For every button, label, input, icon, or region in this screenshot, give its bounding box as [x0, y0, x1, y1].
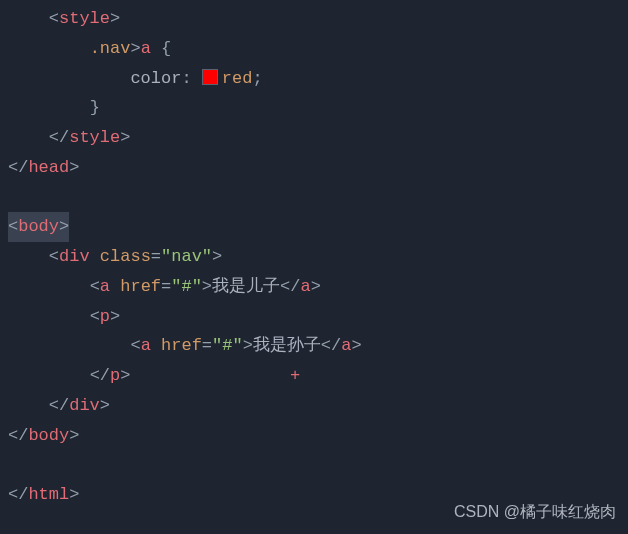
code-line-head-close[interactable]: </head>: [0, 153, 628, 183]
code-line-blank[interactable]: [0, 183, 628, 213]
code-line-selector[interactable]: .nav>a {: [0, 34, 628, 64]
code-line-a-grandchild[interactable]: <a href="#">我是孙子</a>: [0, 331, 628, 361]
watermark-text: CSDN @橘子味红烧肉: [454, 498, 616, 526]
selection-highlight: <body>: [8, 212, 69, 242]
code-line-blank[interactable]: [0, 450, 628, 480]
code-line-style-close[interactable]: </style>: [0, 123, 628, 153]
code-line-style-open[interactable]: <style>: [0, 4, 628, 34]
code-line-body-open[interactable]: <body>: [0, 212, 628, 242]
code-line-p-open[interactable]: <p>: [0, 302, 628, 332]
code-line-a-child[interactable]: <a href="#">我是儿子</a>: [0, 272, 628, 302]
code-line-p-close[interactable]: </p>+: [0, 361, 628, 391]
code-line-brace-close[interactable]: }: [0, 93, 628, 123]
code-line-div-close[interactable]: </div>: [0, 391, 628, 421]
cursor-marker-icon: +: [290, 361, 300, 391]
code-line-css-prop[interactable]: color: red;: [0, 64, 628, 94]
color-swatch-icon: [202, 69, 218, 85]
code-line-div-open[interactable]: <div class="nav">: [0, 242, 628, 272]
code-line-body-close[interactable]: </body>: [0, 421, 628, 451]
